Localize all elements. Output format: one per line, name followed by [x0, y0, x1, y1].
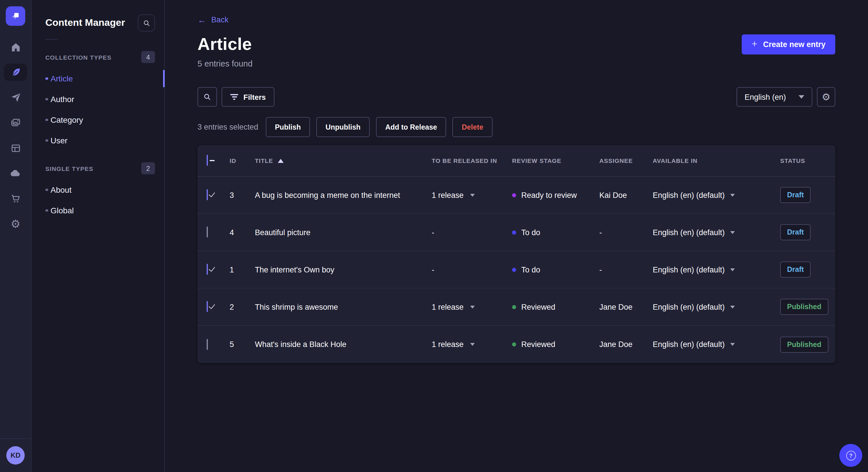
filter-icon	[230, 94, 238, 100]
locale-dropdown[interactable]: English (en) (default)	[649, 340, 777, 349]
question-mark-icon: ?	[846, 450, 856, 460]
column-header-id[interactable]: ID	[223, 157, 248, 164]
chevron-down-icon	[731, 305, 735, 308]
add-to-release-button[interactable]: Add to Release	[376, 117, 446, 137]
entries-count: 5 entries found	[197, 59, 253, 68]
row-checkbox[interactable]	[207, 301, 208, 312]
column-header-title[interactable]: TITLE	[248, 157, 427, 164]
stage-dot	[512, 342, 516, 346]
row-checkbox[interactable]	[207, 227, 208, 237]
table-row[interactable]: 4 Beautiful picture - To do - English (e…	[197, 214, 835, 251]
cell-assignee: Jane Doe	[595, 340, 649, 349]
release-dropdown[interactable]: -	[427, 265, 507, 274]
create-button-label: Create new entry	[763, 40, 826, 49]
help-button[interactable]: ?	[839, 444, 862, 467]
column-header-stage: REVIEW STAGE	[507, 157, 595, 164]
bullet-icon	[45, 209, 48, 212]
sidebar-item-author[interactable]: Author	[32, 89, 164, 109]
cell-assignee: Jane Doe	[595, 303, 649, 311]
sidebar-item-label: User	[51, 136, 67, 145]
table-header-row: ID TITLE TO BE RELEASED IN REVIEW STAGE …	[197, 145, 835, 177]
cell-assignee: Kai Doe	[595, 191, 649, 199]
release-dropdown[interactable]: 1 release	[427, 303, 507, 311]
status-badge: Draft	[780, 262, 811, 278]
chevron-down-icon	[799, 95, 804, 99]
locale-dropdown[interactable]: English (en) (default)	[649, 265, 777, 274]
sidebar-item-label: Author	[51, 95, 74, 104]
feather-icon	[10, 67, 21, 78]
filters-label: Filters	[243, 93, 266, 101]
sidebar-item-label: Article	[51, 74, 73, 83]
cell-title: This shrimp is awesome	[248, 303, 427, 311]
sidebar-item-global[interactable]: Global	[32, 200, 164, 221]
nav-content-manager[interactable]	[4, 64, 27, 81]
row-checkbox[interactable]	[207, 189, 208, 200]
cart-icon	[10, 193, 21, 204]
cell-review-stage: To do	[507, 228, 595, 237]
main-content: ← Back Article 5 entries found + Create …	[165, 0, 868, 472]
publish-button[interactable]: Publish	[266, 117, 310, 137]
user-avatar[interactable]: KD	[6, 446, 25, 465]
row-checkbox[interactable]	[207, 264, 208, 275]
sidebar-item-about[interactable]: About	[32, 179, 164, 200]
nav-home[interactable]	[4, 38, 27, 56]
sidebar-item-label: Global	[51, 206, 74, 215]
nav-deploy[interactable]	[4, 165, 27, 182]
cell-review-stage: To do	[507, 265, 595, 274]
cell-title: What's inside a Black Hole	[248, 340, 427, 349]
release-dropdown[interactable]: 1 release	[427, 191, 507, 199]
page-title: Article	[197, 34, 253, 54]
select-all-checkbox[interactable]	[207, 155, 208, 166]
search-button[interactable]	[197, 87, 217, 107]
cell-review-stage: Reviewed	[507, 340, 595, 349]
section-label-single-types: SINGLE TYPES	[45, 165, 93, 172]
nav-settings[interactable]: ⚙	[4, 215, 27, 232]
table-row[interactable]: 5 What's inside a Black Hole 1 release R…	[197, 326, 835, 363]
sidebar-item-article[interactable]: Article	[32, 68, 164, 89]
locale-select[interactable]: English (en)	[737, 87, 812, 107]
release-caret	[470, 194, 474, 196]
bullet-icon	[45, 119, 48, 121]
sidebar-item-user[interactable]: User	[32, 130, 164, 151]
locale-dropdown[interactable]: English (en) (default)	[649, 228, 777, 237]
create-new-entry-button[interactable]: + Create new entry	[742, 34, 835, 55]
nav-releases[interactable]	[4, 89, 27, 106]
release-caret	[470, 343, 474, 346]
gear-icon: ⚙	[11, 218, 20, 229]
table-row[interactable]: 3 A bug is becoming a meme on the intern…	[197, 177, 835, 214]
unpublish-button[interactable]: Unpublish	[316, 117, 370, 137]
table-row[interactable]: 1 The internet's Own boy - To do - Engli…	[197, 251, 835, 289]
view-settings-button[interactable]: ⚙	[817, 87, 835, 107]
back-arrow-icon: ←	[197, 15, 206, 25]
single-types-count-badge: 2	[141, 162, 155, 174]
cell-id: 5	[223, 340, 248, 349]
column-header-assignee: ASSIGNEE	[595, 157, 649, 164]
release-dropdown[interactable]: -	[427, 228, 507, 237]
filters-button[interactable]: Filters	[222, 87, 274, 107]
release-dropdown[interactable]: 1 release	[427, 340, 507, 349]
sidebar-search-button[interactable]	[138, 14, 155, 32]
home-icon	[10, 42, 21, 53]
table-row[interactable]: 2 This shrimp is awesome 1 release Revie…	[197, 289, 835, 326]
back-link[interactable]: ← Back	[197, 15, 228, 25]
nav-marketplace[interactable]	[4, 190, 27, 207]
sidebar-item-category[interactable]: Category	[32, 109, 164, 130]
nav-content-type-builder[interactable]	[4, 139, 27, 157]
bullet-icon	[45, 139, 48, 142]
row-checkbox[interactable]	[207, 339, 208, 349]
cell-id: 3	[223, 191, 248, 199]
gear-icon: ⚙	[822, 91, 831, 103]
cell-title: Beautiful picture	[248, 228, 427, 237]
cell-title: A bug is becoming a meme on the internet	[248, 191, 427, 199]
column-header-status: STATUS	[777, 157, 835, 164]
column-header-release: TO BE RELEASED IN	[427, 157, 507, 164]
locale-dropdown[interactable]: English (en) (default)	[649, 191, 777, 199]
locale-dropdown[interactable]: English (en) (default)	[649, 303, 777, 311]
sort-ascending-icon	[278, 159, 283, 163]
cell-id: 2	[223, 303, 248, 311]
delete-button[interactable]: Delete	[453, 117, 493, 137]
collection-types-count-badge: 4	[141, 51, 155, 63]
strapi-logo	[6, 6, 25, 26]
strapi-logo-icon	[10, 10, 21, 22]
nav-media-library[interactable]	[4, 114, 27, 131]
